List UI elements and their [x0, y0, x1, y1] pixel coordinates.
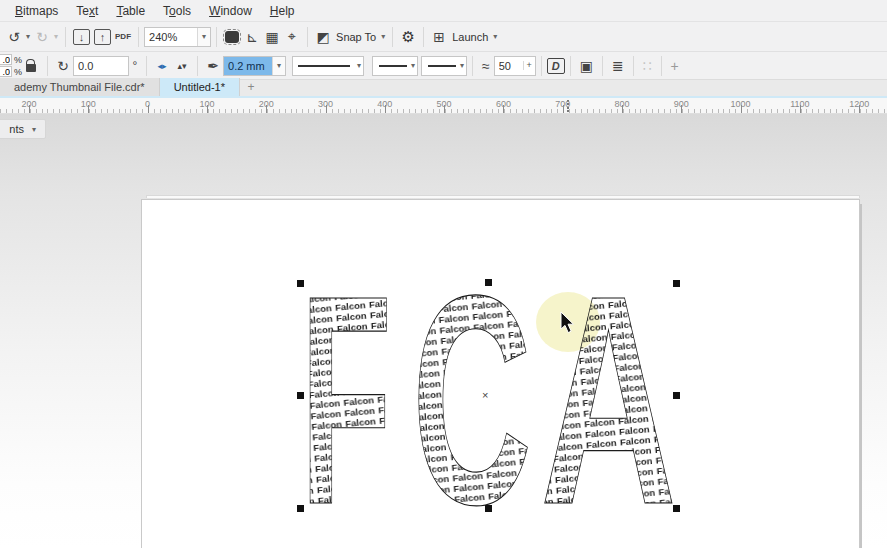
undo-dropdown-icon[interactable]: ▾ — [24, 32, 32, 41]
ruler-major-tick — [326, 105, 327, 113]
cropped-dropdown-stub[interactable]: nts ▾ — [0, 119, 46, 139]
menu-text[interactable]: Text — [67, 1, 107, 21]
separator — [570, 56, 571, 76]
separator — [392, 27, 393, 47]
separator — [216, 27, 217, 47]
options-gear-icon[interactable]: ⚙ — [398, 26, 418, 48]
selection-handle[interactable] — [297, 505, 304, 512]
smoothness-wave-icon: ≈ — [478, 58, 494, 74]
menu-help[interactable]: Help — [261, 1, 304, 21]
separator — [633, 56, 634, 76]
percent-label: % — [14, 55, 22, 65]
start-arrowhead-combo[interactable]: ▾ — [372, 56, 418, 76]
percent-label: % — [14, 67, 22, 77]
launch-icon[interactable]: ⊞ — [429, 26, 449, 48]
show-grid-button[interactable]: ▦ — [262, 26, 282, 48]
end-arrowhead-dropdown-icon[interactable]: ▾ — [458, 61, 466, 70]
snap-to-label[interactable]: Snap To — [333, 31, 379, 43]
scale-y-input[interactable] — [0, 66, 12, 77]
outline-width-input[interactable] — [224, 57, 272, 75]
start-arrowhead-dropdown-icon[interactable]: ▾ — [409, 61, 417, 70]
fullscreen-preview-button[interactable] — [222, 26, 242, 48]
selection-handle[interactable] — [485, 279, 492, 286]
smoothness-field[interactable]: + — [494, 56, 536, 76]
selection-handle[interactable] — [297, 392, 304, 399]
end-arrowhead-combo[interactable]: ▾ — [421, 56, 467, 76]
show-rulers-button[interactable]: ⊾ — [242, 26, 262, 48]
ruler-major-tick — [385, 105, 386, 113]
cropped-dropdown-label: nts — [9, 123, 24, 135]
scale-x-input[interactable] — [0, 54, 12, 65]
publish-pdf-button[interactable]: PDF — [113, 26, 133, 48]
snap-dropdown-icon[interactable]: ▾ — [379, 32, 387, 41]
new-document-tab-button[interactable]: + — [240, 78, 262, 96]
line-style-dropdown-icon[interactable]: ▾ — [355, 61, 363, 70]
separator — [65, 27, 66, 47]
zoom-level-combo[interactable]: ▾ — [144, 27, 211, 47]
zoom-level-input[interactable] — [145, 28, 197, 46]
letter-f[interactable]: F — [300, 284, 392, 510]
export-button[interactable]: ↑ — [92, 26, 113, 48]
ruler-major-tick — [681, 105, 682, 113]
standard-toolbar: ↺ ▾ ↻ ▾ ↓ ↑ PDF ▾ ⊾ ▦ ⌖ ◩ Snap To ▾ ⚙ ⊞ … — [0, 22, 887, 52]
text-properties-icon[interactable]: ≣ — [608, 58, 628, 74]
ruler-major-tick — [503, 105, 504, 113]
export-icon: ↑ — [94, 29, 111, 45]
mirror-vertical-icon[interactable]: ▴▾ — [172, 55, 192, 77]
outline-width-combo[interactable]: ▾ — [223, 56, 286, 76]
disabled-effect-icon: ∷ — [639, 58, 656, 74]
tab-thumbnail-file[interactable]: ademy Thumbnail File.cdr* — [0, 78, 160, 96]
start-arrowhead-preview — [379, 65, 407, 67]
selection-handle[interactable] — [673, 280, 680, 287]
outline-width-dropdown-icon[interactable]: ▾ — [272, 57, 285, 75]
rotation-input[interactable] — [74, 57, 128, 75]
end-arrowhead-preview — [428, 65, 456, 67]
ruler-major-tick — [207, 105, 208, 113]
ruler-major-tick — [266, 105, 267, 113]
ruler-major-tick — [563, 105, 564, 113]
selection-center-marker[interactable]: × — [482, 390, 488, 400]
smoothness-stepper[interactable]: + — [523, 61, 535, 70]
separator — [47, 56, 48, 76]
add-preset-icon[interactable]: + — [667, 58, 683, 74]
lock-ratio-icon[interactable] — [26, 64, 36, 72]
selection-handle[interactable] — [297, 280, 304, 287]
undo-icon[interactable]: ↺ — [4, 26, 24, 48]
drawing-canvas[interactable]: nts ▾ Falcon F C A × — [0, 114, 887, 548]
fca-artwork[interactable]: Falcon F C A — [299, 284, 679, 510]
rotation-field[interactable] — [73, 56, 129, 76]
separator — [197, 56, 198, 76]
menu-bitmaps[interactable]: Bitmaps — [6, 1, 67, 21]
redo-icon[interactable]: ↻ — [32, 26, 52, 48]
line-style-preview — [298, 65, 350, 67]
close-curve-icon[interactable]: D — [547, 58, 565, 74]
tab-untitled-1[interactable]: Untitled-1* — [160, 78, 240, 96]
wrap-text-icon[interactable]: ▣ — [576, 58, 597, 74]
launch-label[interactable]: Launch — [449, 31, 491, 43]
menu-window[interactable]: Window — [200, 1, 261, 21]
letter-c[interactable]: C — [412, 284, 532, 510]
separator — [307, 27, 308, 47]
show-guidelines-button[interactable]: ⌖ — [282, 26, 302, 48]
snap-icon[interactable]: ◩ — [313, 26, 333, 48]
selection-handle[interactable] — [673, 392, 680, 399]
rotate-icon: ↻ — [53, 55, 73, 77]
zoom-dropdown-icon[interactable]: ▾ — [197, 28, 210, 46]
menu-tools[interactable]: Tools — [154, 1, 200, 21]
outline-pen-icon[interactable]: ✒ — [203, 55, 223, 77]
app-window: BitmapsTextTableToolsWindowHelp ↺ ▾ ↻ ▾ … — [0, 0, 887, 548]
menu-table[interactable]: Table — [107, 1, 154, 21]
degree-label: ° — [129, 55, 141, 77]
redo-dropdown-icon[interactable]: ▾ — [52, 32, 60, 41]
ruler-major-tick — [800, 105, 801, 113]
mirror-horizontal-icon[interactable]: ◂▸ — [152, 55, 172, 77]
import-icon: ↓ — [73, 29, 90, 45]
selection-handle[interactable] — [485, 505, 492, 512]
line-style-combo[interactable]: ▾ — [292, 56, 364, 76]
import-button[interactable]: ↓ — [71, 26, 92, 48]
ruler-major-tick — [444, 105, 445, 113]
horizontal-ruler[interactable]: 2001000100200300400500600700800900100011… — [0, 98, 887, 114]
selection-handle[interactable] — [673, 505, 680, 512]
smoothness-input[interactable] — [495, 57, 523, 75]
launch-dropdown-icon[interactable]: ▾ — [491, 32, 499, 41]
